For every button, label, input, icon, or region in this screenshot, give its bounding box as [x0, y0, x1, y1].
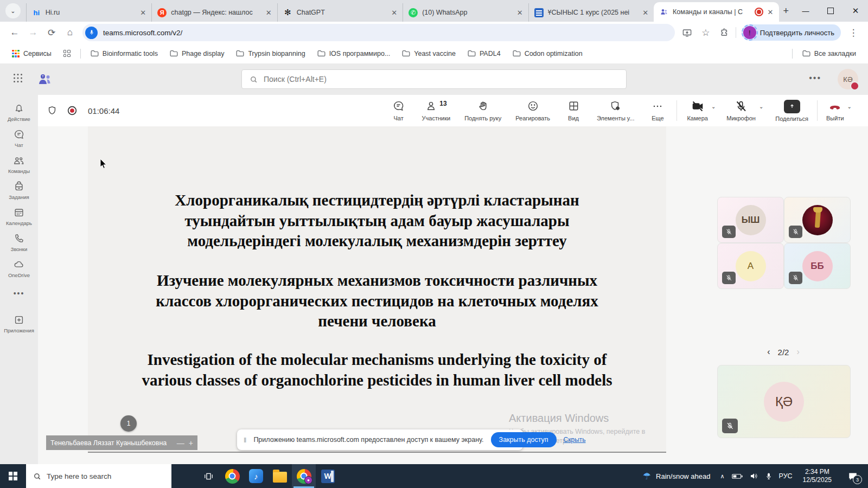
task-view-button[interactable]: [196, 464, 220, 488]
taskbar-search-input[interactable]: Type here to search: [26, 464, 171, 488]
zoom-out-button[interactable]: —: [177, 439, 184, 447]
file-explorer-icon[interactable]: [268, 464, 292, 488]
tab-teams-active[interactable]: Команды и каналы | С ✕: [654, 2, 778, 22]
sidebar-item-chat[interactable]: Чат: [0, 129, 38, 148]
bookmark-folder[interactable]: PADL4: [463, 48, 505, 60]
banner-drag-handle[interactable]: ‖: [244, 436, 246, 444]
tray-expand-icon[interactable]: ∧: [720, 473, 725, 480]
bookmark-folder[interactable]: Yeast vaccine: [398, 48, 460, 60]
forward-icon[interactable]: →: [24, 23, 42, 42]
participant-tile[interactable]: [784, 197, 851, 243]
chat-tool-button[interactable]: Чат: [390, 100, 408, 121]
new-tab-button[interactable]: +: [783, 5, 789, 17]
bookmark-folder[interactable]: IOS программиро...: [313, 48, 395, 60]
mic-chevron-icon[interactable]: ⌄: [759, 104, 763, 110]
bookmark-folder[interactable]: Codon optimization: [508, 48, 587, 60]
tab-close-icon[interactable]: ✕: [642, 9, 648, 17]
language-indicator[interactable]: РУС: [779, 472, 793, 480]
bookmark-apps-icon[interactable]: [59, 48, 75, 59]
battery-icon[interactable]: [732, 473, 743, 479]
tool-label: Участники: [422, 115, 451, 121]
pager-prev-icon[interactable]: ‹: [767, 347, 770, 357]
bookmark-folder[interactable]: Phage display: [165, 48, 229, 60]
sidebar-item-activity[interactable]: Действие: [0, 102, 38, 122]
stop-share-button[interactable]: Закрыть доступ: [491, 432, 557, 447]
more-tool-button[interactable]: Еще: [648, 100, 667, 121]
home-icon[interactable]: ⌂: [61, 23, 79, 42]
url-bar[interactable]: teams.microsoft.com/v2/: [82, 24, 675, 41]
back-icon[interactable]: ←: [5, 23, 24, 42]
taskbar-weather[interactable]: ☂ Rain/snow ahead: [637, 471, 716, 482]
tab-close-icon[interactable]: ✕: [391, 9, 397, 17]
leave-chevron-icon[interactable]: ⌄: [847, 104, 852, 110]
word-taskbar-icon[interactable]: W: [316, 464, 340, 488]
sidebar-item-assignments[interactable]: Задания: [0, 181, 38, 200]
participant-tile[interactable]: А: [717, 243, 784, 289]
bookmark-folder[interactable]: Trypsin biopanning: [232, 48, 309, 60]
save-screen-icon[interactable]: [678, 23, 697, 42]
sidebar-item-calendar[interactable]: Календарь: [0, 207, 38, 226]
meeting-apps-tool-button[interactable]: Элементы у...: [597, 100, 634, 121]
pager-next-icon[interactable]: ›: [796, 347, 799, 357]
bookmark-services[interactable]: Сервисы: [8, 48, 56, 60]
chrome-profile-chip[interactable]: ! Подтвердить личность: [742, 24, 841, 41]
chrome-taskbar-icon[interactable]: [220, 464, 244, 488]
meeting-shield-icon[interactable]: [47, 105, 58, 116]
tab-close-icon[interactable]: ✕: [517, 9, 523, 17]
action-center-icon[interactable]: 3: [842, 464, 864, 488]
share-control[interactable]: Поделиться: [775, 100, 808, 122]
window-maximize-button[interactable]: [818, 8, 843, 14]
zoom-in-button[interactable]: +: [189, 439, 193, 447]
tab-close-icon[interactable]: ✕: [140, 9, 146, 17]
sidebar-item-calls[interactable]: Звонки: [0, 233, 38, 252]
waffle-menu-icon[interactable]: [13, 73, 23, 83]
tab-hiru[interactable]: hi Hi.ru ✕: [26, 3, 151, 22]
leave-control[interactable]: Выйти ⌄: [826, 100, 852, 121]
meeting-toolbar: 01:06:44 Чат 13 Участники Поднять: [38, 95, 868, 127]
volume-icon[interactable]: [750, 472, 758, 480]
taskbar-clock[interactable]: 2:34 PM 12/5/2025: [800, 468, 835, 484]
site-mic-permission-icon[interactable]: [85, 27, 98, 39]
teams-profile-avatar[interactable]: КӘ: [838, 69, 858, 89]
sidebar-label: Задания: [9, 194, 29, 200]
sidebar-item-onedrive[interactable]: OneDrive: [0, 259, 38, 278]
start-button[interactable]: [0, 464, 26, 488]
react-tool-button[interactable]: Реагировать: [515, 100, 550, 121]
tab-yandex[interactable]: Я chatgp — Яндекс: нашлос ✕: [151, 3, 277, 22]
teams-top-bar: T Поиск (Ctrl+Alt+E) ••• КӘ: [0, 63, 868, 95]
tab-document[interactable]: ҰСЫНЫС 1 курс (2025 неі ✕: [528, 3, 654, 22]
window-close-button[interactable]: ✕: [843, 6, 868, 16]
participant-main-tile[interactable]: ҚӘ: [717, 365, 851, 438]
sidebar-item-apps[interactable]: Приложения: [0, 314, 38, 333]
tray-mic-icon[interactable]: [765, 472, 772, 480]
teams-search-input[interactable]: Поиск (Ctrl+Alt+E): [241, 69, 627, 89]
tab-close-icon[interactable]: ✕: [768, 8, 774, 16]
sidebar-more-icon[interactable]: •••: [14, 289, 25, 298]
view-tool-button[interactable]: Вид: [564, 100, 583, 121]
media-app-icon[interactable]: ♪: [244, 464, 268, 488]
sidebar-item-teams[interactable]: Команды: [0, 155, 38, 174]
chrome-profile-taskbar-icon[interactable]: ●: [292, 464, 316, 488]
tab-close-icon[interactable]: ✕: [266, 9, 272, 17]
participant-tile[interactable]: ЫШ: [717, 197, 784, 243]
raise-hand-tool-button[interactable]: Поднять руку: [464, 100, 501, 121]
teams-more-icon[interactable]: •••: [809, 73, 821, 83]
tab-search-chevron-icon[interactable]: ⌄: [5, 3, 21, 18]
bookmark-star-icon[interactable]: ☆: [697, 23, 715, 42]
window-minimize-button[interactable]: —: [793, 7, 818, 15]
browser-menu-icon[interactable]: ⋮: [844, 23, 863, 42]
participant-tile[interactable]: ББ: [784, 243, 851, 289]
all-bookmarks-button[interactable]: Все закладки: [798, 48, 860, 60]
tab-whatsapp[interactable]: ✆ (10) WhatsApp ✕: [403, 3, 528, 22]
tab-title: Команды и каналы | С: [673, 8, 750, 16]
sidebar-label: Звонки: [11, 246, 28, 252]
camera-control[interactable]: Камера ⌄: [687, 100, 716, 121]
mic-control[interactable]: Микрофон ⌄: [726, 100, 763, 121]
camera-chevron-icon[interactable]: ⌄: [711, 104, 716, 110]
participants-tool-button[interactable]: 13 Участники: [422, 100, 451, 121]
hide-banner-link[interactable]: Скрыть: [564, 436, 586, 444]
extensions-icon[interactable]: [715, 23, 733, 42]
bookmark-folder[interactable]: Bioinformatic tools: [86, 48, 162, 60]
reload-icon[interactable]: ⟳: [42, 23, 61, 42]
tab-chatgpt[interactable]: ✻ ChatGPT ✕: [277, 3, 403, 22]
